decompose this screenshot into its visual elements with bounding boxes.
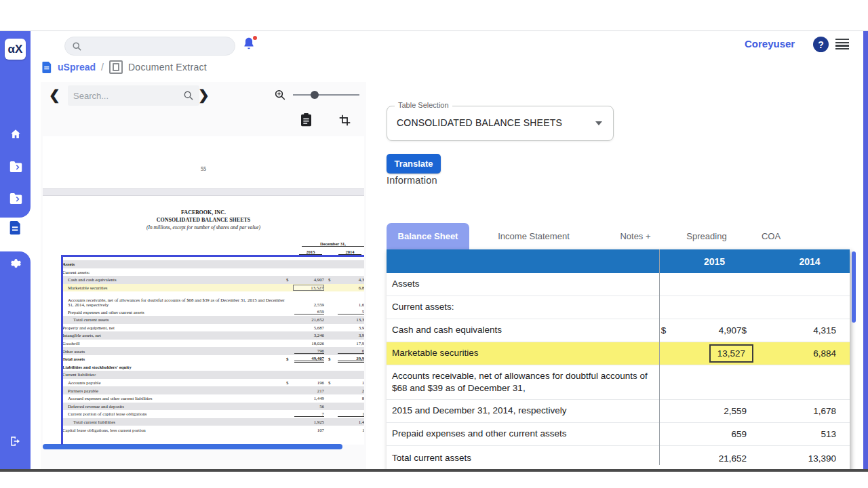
- nav-projects[interactable]: [5, 157, 26, 177]
- nav-document-extract-active[interactable]: [5, 218, 26, 238]
- pdf-date-header: December 31,: [302, 241, 364, 247]
- nav-settings[interactable]: [5, 253, 26, 273]
- table-scrollbar-thumb[interactable]: [852, 251, 856, 323]
- table-body: Assets Current assets: Cash and cash equ…: [387, 273, 850, 470]
- zoom-icon: [274, 89, 286, 104]
- zoom-slider-track[interactable]: [293, 94, 359, 96]
- pdf-page-gap: [43, 188, 364, 196]
- table-row[interactable]: 2015 and December 31, 2014, respectively…: [387, 400, 850, 423]
- notifications-bell-icon[interactable]: [241, 36, 258, 52]
- nav-home[interactable]: [5, 124, 26, 144]
- information-label: Information: [387, 175, 437, 186]
- app-logo[interactable]: αX: [5, 39, 26, 60]
- table-row[interactable]: Total current assets 21,652 13,390: [387, 446, 850, 470]
- panel-tab[interactable]: Balance Sheet: [387, 223, 469, 249]
- table-row[interactable]: Prepaid expenses and other current asset…: [387, 423, 850, 446]
- logout-icon: [9, 436, 22, 447]
- extract-frame-icon: [109, 60, 123, 74]
- viewer-search-input[interactable]: Search...: [68, 85, 199, 106]
- breadcrumb-separator: /: [101, 62, 104, 73]
- document-icon: [42, 62, 52, 73]
- panel-tab[interactable]: Spreading: [673, 223, 741, 249]
- translate-button[interactable]: Translate: [387, 154, 441, 174]
- table-row[interactable]: Current assets:: [387, 296, 850, 319]
- prev-match-chevron[interactable]: ❮: [49, 88, 60, 102]
- table-row[interactable]: Assets: [387, 273, 850, 296]
- pdf-col-2014: 2014: [338, 249, 361, 255]
- notification-dot: [253, 36, 257, 40]
- table-row[interactable]: Cash and cash equivalents $4,907$ 4,315: [387, 319, 850, 342]
- nav-logout[interactable]: [5, 431, 26, 451]
- panel-tab[interactable]: Income Statement: [469, 223, 598, 249]
- panel-tab[interactable]: Notes +: [598, 223, 673, 249]
- next-match-chevron[interactable]: ❯: [198, 88, 210, 102]
- pdf-page-number: 55: [43, 166, 364, 172]
- nav-documents[interactable]: [5, 188, 26, 209]
- screenshot-stage: Coreyuser ? uSpread / Document Extract: [0, 0, 868, 488]
- pdf-company: FACEBOOK, INC.: [43, 209, 364, 217]
- search-icon: [183, 90, 194, 101]
- pdf-subtitle: (In millions, except for number of share…: [43, 224, 364, 231]
- nav-rail: [0, 31, 31, 469]
- window-right-scrollbar[interactable]: [863, 31, 868, 469]
- table-row[interactable]: Accounts receivable, net of allowances f…: [387, 365, 850, 400]
- document-active-icon: [9, 221, 22, 235]
- gear-icon: [9, 257, 22, 270]
- home-icon: [9, 128, 22, 140]
- search-icon: [72, 41, 82, 52]
- extracted-table: 2015 2014 Assets Current assets: Cash an…: [387, 249, 850, 472]
- table-selection-dropdown[interactable]: CONSOLIDATED BALANCE SHEETS: [387, 106, 614, 141]
- column-header-2015: 2015: [659, 256, 770, 267]
- pdf-col-2015: 2015: [299, 249, 322, 255]
- clipboard-icon[interactable]: [300, 113, 312, 129]
- horizontal-scrollbar[interactable]: [43, 444, 342, 449]
- table-selection-outline[interactable]: [61, 255, 364, 445]
- breadcrumb-page-label: Document Extract: [128, 62, 207, 73]
- folder-icon: [9, 193, 22, 204]
- global-search-input[interactable]: [64, 37, 235, 56]
- column-header-2014: 2014: [770, 256, 850, 267]
- document-viewer: ❮ Search... ❯: [41, 82, 366, 469]
- zoom-slider-thumb[interactable]: [311, 91, 319, 99]
- crop-icon[interactable]: [339, 115, 351, 129]
- chevron-down-icon: [595, 121, 602, 125]
- table-selection-label: Table Selection: [395, 101, 452, 109]
- breadcrumb: uSpread / Document Extract: [42, 60, 207, 74]
- viewer-search-placeholder: Search...: [73, 91, 183, 101]
- user-menu[interactable]: Coreyuser: [745, 38, 795, 49]
- hamburger-menu-icon[interactable]: [835, 39, 849, 50]
- table-row[interactable]: Marketable securities 13,527 6,884: [387, 342, 850, 365]
- pdf-title: CONSOLIDATED BALANCE SHEETS: [43, 217, 364, 224]
- panel-tabs: Balance Sheet Income Statement Notes + S…: [387, 223, 802, 249]
- pdf-page: 55 FACEBOOK, INC. CONSOLIDATED BALANCE S…: [43, 136, 364, 445]
- table-selection-value: CONSOLIDATED BALANCE SHEETS: [397, 117, 562, 128]
- help-icon[interactable]: ?: [813, 37, 829, 52]
- table-header-row: 2015 2014: [387, 249, 850, 273]
- breadcrumb-app-link[interactable]: uSpread: [58, 62, 96, 73]
- panel-tab[interactable]: COA: [741, 223, 802, 249]
- app-window: Coreyuser ? uSpread / Document Extract: [0, 30, 868, 472]
- folder-icon: [9, 161, 22, 172]
- column-divider: [659, 249, 660, 465]
